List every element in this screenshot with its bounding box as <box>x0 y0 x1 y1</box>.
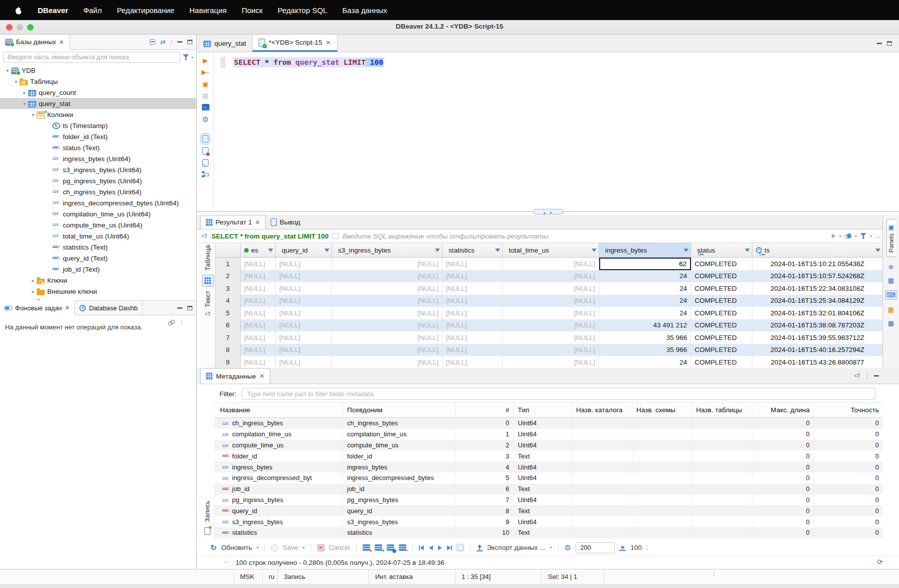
field-maxlen-cell[interactable]: 0 <box>752 418 814 429</box>
cell-es[interactable]: [NULL] <box>241 282 276 295</box>
tree-item[interactable]: ▸ query_count <box>0 87 196 98</box>
field-maxlen-cell[interactable]: 0 <box>752 429 814 440</box>
cell-ingress-bytes[interactable]: 24 <box>599 307 691 319</box>
cursor-position-indicator[interactable]: 1 : 35 [34] <box>455 569 541 584</box>
tab-result-1[interactable]: Результат 1 ✕ <box>200 215 266 229</box>
field-schema-cell[interactable] <box>632 527 692 538</box>
copy-icon[interactable] <box>457 544 464 551</box>
field-number-cell[interactable]: 2 <box>456 440 514 451</box>
menubar-item[interactable]: Файл <box>83 6 102 15</box>
field-name-cell[interactable]: query_id <box>214 505 343 516</box>
sql-editor[interactable]: ▶ ▶+ ▣ ▤ >_ ⚙ ···· SELECT * from query_s… <box>197 52 899 208</box>
value-viewer-icon[interactable]: ⊕ <box>888 263 894 271</box>
text-presentation-icon[interactable]: <T <box>205 311 211 317</box>
field-type-cell[interactable]: Uint64 <box>514 418 572 429</box>
field-catalog-cell[interactable] <box>572 484 632 495</box>
tab-output[interactable]: Вывод <box>266 215 305 229</box>
disconnect-icon[interactable] <box>168 319 175 326</box>
maximize-view-icon[interactable] <box>887 41 892 46</box>
cell-query-id[interactable]: [NULL] <box>276 319 332 332</box>
field-number-cell[interactable]: 4 <box>456 461 514 473</box>
tree-item[interactable]: ch_ingress_bytes (Uint64) <box>0 186 196 197</box>
cancel-icon[interactable]: ✕ <box>317 544 324 551</box>
table-row[interactable]: 7 [NULL] [NULL] [NULL] [NULL] [NULL] 35 … <box>215 331 883 344</box>
menu-app-name[interactable]: DBeaver <box>38 6 68 15</box>
field-catalog-cell[interactable] <box>572 461 632 473</box>
cell-query-id[interactable]: [NULL] <box>276 270 332 283</box>
cell-query-id[interactable]: [NULL] <box>276 356 332 368</box>
field-precision-cell[interactable]: 0 <box>814 516 883 527</box>
field-table-cell[interactable] <box>692 484 752 495</box>
execute-new-tab-icon[interactable]: ▶+ <box>201 69 209 76</box>
close-icon[interactable]: ✕ <box>65 304 70 311</box>
keyboard-icon[interactable]: ⌨ <box>885 290 897 300</box>
cell-query-id[interactable]: [NULL] <box>276 258 332 270</box>
col-number[interactable]: # <box>456 403 514 417</box>
field-schema-cell[interactable] <box>632 505 692 516</box>
filter-placeholder[interactable]: Введите SQL выражение чтобы отфильтроват… <box>343 232 828 240</box>
timezone-indicator[interactable]: MSK <box>234 569 262 584</box>
cell-status[interactable]: COMPLETED <box>691 356 752 368</box>
field-number-cell[interactable]: 7 <box>456 495 514 506</box>
expand-filter-icon[interactable] <box>332 233 339 239</box>
cell-statistics[interactable]: [NULL] <box>442 319 503 332</box>
field-precision-cell[interactable]: 0 <box>814 461 883 473</box>
more-dots-icon[interactable]: ···· <box>202 129 209 131</box>
field-precision-cell[interactable]: 0 <box>814 473 883 484</box>
filter-expression-icon[interactable]: <T <box>201 233 207 239</box>
field-type-cell[interactable]: Text <box>514 527 572 538</box>
row-number-header[interactable] <box>215 243 241 257</box>
tree-item[interactable]: status (Text) <box>0 142 196 153</box>
cell-s3-ingress-bytes[interactable]: [NULL] <box>332 319 442 332</box>
column-header[interactable]: status <box>691 243 752 257</box>
chevron-down-icon[interactable]: ▾ <box>870 234 872 239</box>
metadata-row[interactable]: statistics statistics 10 Text 0 0 <box>214 527 883 538</box>
field-maxlen-cell[interactable]: 0 <box>752 527 814 538</box>
apply-filter-icon[interactable] <box>832 233 836 239</box>
splitter-handle[interactable]: ▲ ▼ <box>534 209 563 214</box>
field-maxlen-cell[interactable]: 0 <box>752 495 814 506</box>
field-alias-cell[interactable]: statistics <box>343 527 456 538</box>
metadata-row[interactable]: pg_ingress_bytes pg_ingress_bytes 7 Uint… <box>214 495 883 506</box>
language-indicator[interactable]: ru <box>262 569 277 584</box>
field-type-cell[interactable]: Uint64 <box>514 440 572 451</box>
field-alias-cell[interactable]: compilation_time_us <box>343 429 456 440</box>
column-header[interactable]: query_id <box>276 243 332 257</box>
row-number-cell[interactable]: 6 <box>215 319 241 332</box>
field-table-cell[interactable] <box>692 461 752 473</box>
execute-statement-icon[interactable]: ▶ <box>203 57 208 64</box>
tree-item[interactable]: ts (Timestamp) <box>0 120 196 131</box>
field-precision-cell[interactable]: 0 <box>814 505 883 516</box>
field-table-cell[interactable] <box>692 505 752 516</box>
menubar-item[interactable]: Навигация <box>189 6 227 15</box>
field-type-cell[interactable]: Text <box>514 505 572 516</box>
delete-row-icon[interactable]: − <box>399 544 406 551</box>
field-maxlen-cell[interactable]: 0 <box>752 440 814 451</box>
window-titlebar[interactable]: DBeaver 24.1.2 - <YDB> Script-15 <box>0 20 899 35</box>
cell-s3-ingress-bytes[interactable]: [NULL] <box>332 258 442 270</box>
cell-query-id[interactable]: [NULL] <box>276 295 332 307</box>
close-icon[interactable]: ✕ <box>260 373 265 380</box>
field-name-cell[interactable]: ingress_decompressed_byt <box>214 473 343 484</box>
chevron-down-icon[interactable]: ▾ <box>191 55 193 60</box>
tree-item[interactable]: ▾ Колонки <box>0 109 196 120</box>
field-number-cell[interactable]: 1 <box>456 429 514 440</box>
field-maxlen-cell[interactable]: 0 <box>752 473 814 484</box>
refresh-icon[interactable]: ↻ <box>210 543 217 552</box>
maximize-view-icon[interactable] <box>187 40 192 44</box>
field-type-cell[interactable]: Text <box>514 484 572 495</box>
aggregate-icon[interactable]: ▩ <box>888 319 894 327</box>
field-schema-cell[interactable] <box>632 495 692 506</box>
row-number-cell[interactable]: 4 <box>215 295 241 307</box>
export-icon[interactable] <box>477 544 483 551</box>
field-name-cell[interactable]: compute_time_us <box>214 440 343 451</box>
save-button[interactable]: Save <box>283 544 298 551</box>
column-header[interactable]: total_time_us <box>503 243 599 257</box>
editor-results-splitter[interactable]: ▲ ▼ <box>197 208 899 215</box>
field-name-cell[interactable]: compilation_time_us <box>214 429 343 440</box>
cell-query-id[interactable]: [NULL] <box>276 331 332 344</box>
col-precision[interactable]: Точность <box>814 403 883 417</box>
field-catalog-cell[interactable] <box>572 516 632 527</box>
column-filter-icon[interactable] <box>435 249 440 252</box>
field-schema-cell[interactable] <box>632 429 692 440</box>
